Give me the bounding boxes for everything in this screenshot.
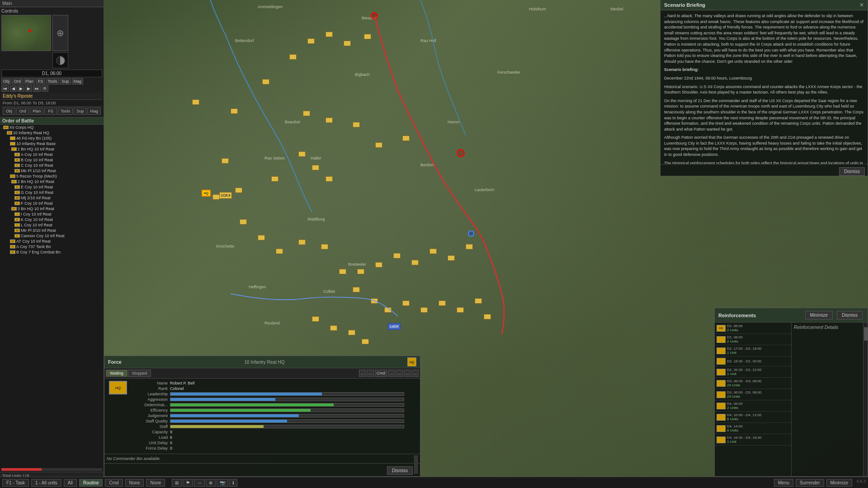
oob-g-coy[interactable]: G G Coy 10 Inf Reat [0,190,104,195]
unit-marker[interactable] [289,54,297,60]
map-tool-info[interactable]: ℹ [229,479,237,487]
minimap[interactable] [1,15,51,51]
map-tool-grid[interactable]: ⊞ [172,479,182,487]
unit-marker[interactable] [321,244,328,249]
oob-7eng[interactable]: B B Coy 7 Eng Combat Bn [0,249,104,255]
luck-marker[interactable]: LUCK [388,323,401,330]
unit-marker[interactable] [393,253,401,258]
unit-marker[interactable] [362,339,369,344]
unit-marker[interactable] [344,41,351,46]
reinf-item-11[interactable]: D4, 16:30 - D4, 18:30 1 Unit [715,434,791,446]
play-forward[interactable]: ▶ [25,85,32,92]
unit-marker[interactable] [448,255,455,261]
map-tool-flag[interactable]: ⚑ [183,479,193,487]
oob-f-coy[interactable]: F F Coy 10 Inf Reat [0,201,104,206]
nav-plan[interactable]: Plan [30,108,43,115]
oob-corps-hq[interactable]: - XII XII Corps HQ [0,125,104,130]
unit-marker[interactable] [475,298,482,304]
unit-marker[interactable] [276,249,283,254]
oob-5recon[interactable]: 5 5 Recon Troop (Mech) [0,174,104,179]
reinf-item-8[interactable]: D4, 06:00 2 Units [715,400,791,412]
unit-marker[interactable] [353,287,360,292]
oob-at-coy[interactable]: AT AT Coy 10 Inf Reat [0,239,104,244]
oob-10inf-base[interactable]: 10 Infantry Reat Base [0,141,104,146]
reinf-item-6[interactable]: D3, 06:00 - D3, 08:00 23 Units [715,378,791,389]
unit-marker[interactable] [402,136,410,141]
play-forward-fast[interactable]: ⏭ [33,85,41,92]
unit-marker[interactable] [375,262,382,267]
unit-marker[interactable] [258,235,265,240]
unit-marker[interactable] [364,34,371,39]
dismiss-force-button[interactable]: Dismiss [387,466,413,475]
unit-marker[interactable] [484,314,491,319]
oob-737-tank[interactable]: A A Coy 737 Tank Bn [0,244,104,249]
routine-button[interactable]: Routine [79,479,103,487]
obj-button[interactable]: Obj [1,78,11,84]
unit-marker[interactable] [326,32,333,37]
unit-marker[interactable] [298,239,306,245]
ccr-marker[interactable]: CCR.9 [219,192,232,199]
unit-marker[interactable] [262,79,269,84]
nav-obj[interactable]: Obj [3,108,15,115]
tab-stopped[interactable]: Stopped [128,370,151,377]
nav-sup[interactable]: Sup [74,108,86,115]
surrender-button[interactable]: Surrender [796,479,824,487]
tools-button[interactable]: Tools [46,78,59,84]
ord-button[interactable]: Ord [12,78,23,84]
mag-button[interactable]: Mag [72,78,84,84]
cmd-button[interactable]: Cmd [105,479,123,487]
minimize-button[interactable]: Minimize [826,479,852,487]
unit-marker[interactable] [312,165,319,170]
oob-c-coy[interactable]: C C Coy 10 Inf Reat [0,163,104,168]
none-button-2[interactable]: None [146,479,165,487]
unit-marker[interactable] [375,142,382,148]
unit-marker[interactable] [307,38,315,44]
detail-btn-3[interactable]: ... [388,370,395,377]
bio-scrollbar[interactable] [414,455,418,474]
nav-mag[interactable]: Mag [87,108,101,115]
detail-btn-6[interactable]: ... [411,370,419,377]
reinf-item-9[interactable]: D4, 10:00 - D4, 12:00 6 Units [715,412,791,423]
unit-marker[interactable] [192,99,199,105]
unit-marker[interactable] [411,260,419,265]
map-tool-zoom[interactable]: ⊕ [206,479,216,487]
play-back[interactable]: ◀ [10,85,17,92]
nav-ord[interactable]: Ord [16,108,29,115]
oob-46fd[interactable]: 46 Fd Atry Bn (105) [0,136,104,141]
unit-marker[interactable] [212,194,220,200]
none-button-1[interactable]: None [125,479,144,487]
unit-marker[interactable] [312,316,319,322]
reinf-item-5[interactable]: D2, 20:30 - D2, 22:00 1 Unit [715,366,791,378]
unit-marker[interactable] [466,244,473,249]
detail-btn-4[interactable]: ... [396,370,403,377]
unit-marker[interactable] [326,176,333,182]
all-units-button[interactable]: 1 - All units [31,479,61,487]
unit-marker[interactable] [348,330,355,335]
detail-btn-5[interactable]: ... [404,370,411,377]
oob-3bn-hq[interactable]: - III 3 Bn HQ 10 Inf Reat [0,206,104,211]
plan-button[interactable]: Plan [24,78,35,84]
selected-unit[interactable]: HQ [202,190,211,197]
all-button[interactable]: All [64,479,77,487]
unit-marker[interactable] [402,300,410,306]
reinforcements-scrollbar[interactable] [863,323,868,476]
main-menu-button[interactable]: Menu [774,479,793,487]
unit-marker[interactable] [222,158,229,164]
scrollbar-thumb[interactable] [864,327,868,341]
oob-i-coy[interactable]: I I Coy 10 Inf Reat [0,211,104,217]
reinf-item-1[interactable]: HQ D2, 06:00 2 Units [715,323,791,334]
unit-marker[interactable] [271,176,278,182]
oob-b-coy-1[interactable]: B B Coy 10 Inf Reat [0,157,104,163]
unit-marker[interactable] [353,122,360,127]
oob-mtr-pl-1[interactable]: M Mtr Pl 1/10 Inf Reat [0,168,104,174]
unit-marker[interactable] [384,307,392,313]
unit-marker[interactable] [429,249,437,254]
reinf-item-3[interactable]: D2, 17:00 - D2, 18:00 1 Unit [715,345,791,357]
oob-mtr-pl-3[interactable]: M Mtr Pl 3/10 Inf Reat [0,228,104,233]
oob-cannon-coy[interactable]: C Cannon Coy 10 Inf Reat [0,233,104,239]
play-back-fast[interactable]: ⏮ [1,85,9,92]
play-reset[interactable]: R [42,85,48,92]
play-stop[interactable]: ▶ [18,85,24,92]
oob-a-coy-1[interactable]: A A Coy 10 Inf Reat [0,152,104,157]
unit-marker[interactable] [357,269,364,274]
